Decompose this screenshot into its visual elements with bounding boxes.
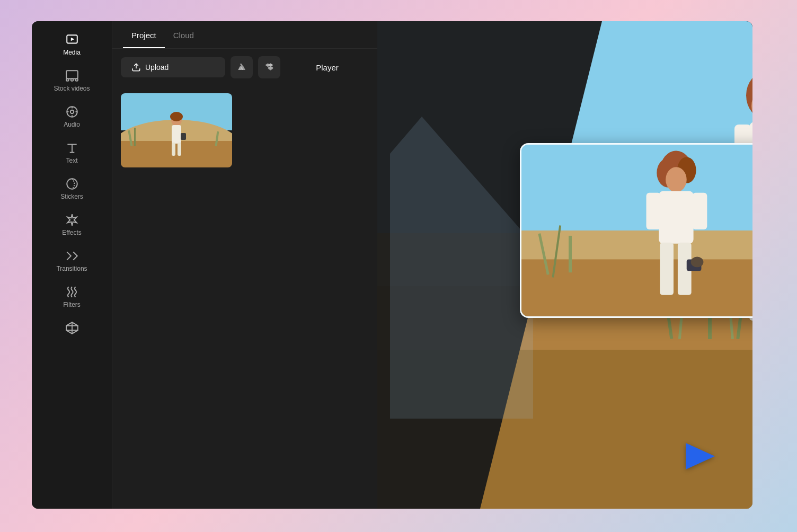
svg-rect-25 <box>172 125 181 144</box>
svg-rect-63 <box>693 193 707 229</box>
svg-rect-2 <box>66 70 78 78</box>
svg-rect-4 <box>70 78 73 81</box>
upload-icon <box>131 63 141 72</box>
dropbox-button[interactable] <box>258 56 280 78</box>
sidebar-item-text-label: Text <box>66 157 77 164</box>
svg-rect-3 <box>66 78 68 81</box>
svg-point-24 <box>170 112 183 121</box>
sidebar-item-effects-label: Effects <box>62 229 81 236</box>
stickers-icon <box>65 177 79 191</box>
zoom-preview-card <box>520 143 752 318</box>
sidebar-item-audio[interactable]: Audio <box>32 99 112 135</box>
sidebar-item-filters-label: Filters <box>63 301 81 308</box>
tab-project[interactable]: Project <box>123 21 165 48</box>
svg-rect-21 <box>134 128 136 146</box>
google-drive-button[interactable] <box>231 56 253 78</box>
tab-cloud[interactable]: Cloud <box>165 21 202 48</box>
stock-videos-icon <box>65 69 79 83</box>
3d-icon <box>65 321 79 335</box>
svg-rect-64 <box>660 243 674 295</box>
content-row: Project Cloud Upload <box>112 21 752 509</box>
sidebar-item-filters[interactable]: Filters <box>32 279 112 315</box>
text-icon <box>65 141 79 155</box>
effects-icon <box>65 213 79 227</box>
upload-label: Upload <box>145 63 169 72</box>
sidebar-item-3d[interactable] <box>32 315 112 341</box>
player-label: Player <box>286 63 369 72</box>
right-panel <box>377 21 752 509</box>
filters-icon <box>65 285 79 299</box>
google-drive-icon <box>236 62 247 73</box>
sidebar-item-transitions-label: Transitions <box>56 265 87 272</box>
media-grid <box>112 86 377 175</box>
svg-rect-61 <box>659 191 693 244</box>
beach-thumbnail-svg <box>121 93 232 167</box>
svg-rect-62 <box>647 193 661 229</box>
svg-rect-28 <box>181 133 186 140</box>
cursor-arrow <box>686 443 715 469</box>
sidebar-item-text[interactable]: Text <box>32 135 112 171</box>
sidebar-item-transitions[interactable]: Transitions <box>32 243 112 279</box>
svg-point-67 <box>691 256 704 267</box>
app-container: Media Stock videos Audio <box>32 21 752 509</box>
svg-point-60 <box>666 167 687 192</box>
zoom-preview-svg <box>521 145 752 316</box>
sidebar-item-stock-videos[interactable]: Stock videos <box>32 63 112 99</box>
sidebar-item-audio-label: Audio <box>64 121 80 128</box>
main-content: Project Cloud Upload <box>112 21 752 509</box>
tabs-bar: Project Cloud <box>112 21 377 49</box>
player-area <box>377 21 752 509</box>
toolbar: Upload <box>112 49 377 86</box>
audio-icon <box>65 105 79 119</box>
sidebar-item-stickers[interactable]: Stickers <box>32 171 112 207</box>
upload-button[interactable]: Upload <box>121 57 225 77</box>
svg-point-7 <box>70 110 74 114</box>
media-thumbnail-1[interactable] <box>121 93 232 167</box>
dropbox-icon <box>264 62 274 73</box>
svg-rect-53 <box>569 236 572 272</box>
svg-rect-50 <box>521 259 752 316</box>
svg-rect-5 <box>75 78 77 81</box>
sidebar-item-media[interactable]: Media <box>32 26 112 63</box>
transitions-icon <box>65 249 79 263</box>
sidebar-item-stickers-label: Stickers <box>60 193 83 200</box>
svg-rect-26 <box>172 143 175 156</box>
svg-rect-27 <box>178 143 181 156</box>
sidebar: Media Stock videos Audio <box>32 21 112 509</box>
media-icon <box>65 33 79 47</box>
sidebar-item-effects[interactable]: Effects <box>32 207 112 243</box>
svg-point-15 <box>67 179 77 189</box>
svg-marker-1 <box>70 38 74 41</box>
sidebar-item-stock-label: Stock videos <box>54 85 90 92</box>
sidebar-item-media-label: Media <box>63 49 81 56</box>
left-panel: Project Cloud Upload <box>112 21 377 509</box>
